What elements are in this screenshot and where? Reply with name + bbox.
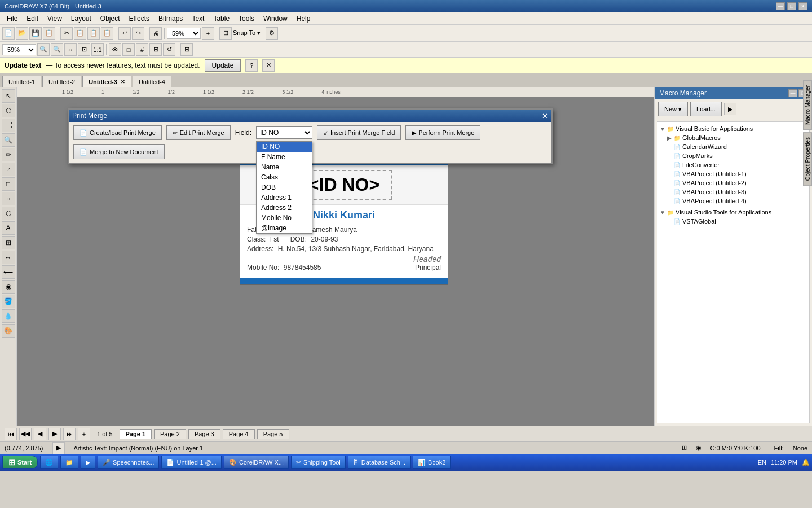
zoom-combo[interactable]: 59% 100% 75% 50% — [167, 28, 201, 39]
interactive-tool[interactable]: 🎨 — [2, 324, 15, 338]
zoom-fit-btn[interactable]: ⊡ — [78, 43, 90, 56]
page-prev-btn[interactable]: ◀ — [34, 428, 46, 440]
edit-print-merge-btn[interactable]: ✏ Edit Print Merge — [166, 125, 231, 140]
tree-vsta-global[interactable]: 📄 VSTAGlobal — [667, 217, 807, 226]
tree-vba2[interactable]: 📄 VBAProject (Untitled-2) — [667, 178, 807, 187]
page-first-btn[interactable]: ⏮ — [5, 428, 17, 440]
dialog-close-button[interactable]: ✕ — [542, 112, 548, 120]
taskbar-media[interactable]: ▶ — [81, 456, 95, 469]
taskbar-book2[interactable]: 📊 Book2 — [413, 456, 451, 469]
options-btn[interactable]: ⚙ — [266, 27, 278, 40]
field-combo[interactable]: ID NO F Name Name Calss DOB Address 1 Ad… — [256, 126, 312, 139]
help-update-btn[interactable]: ? — [245, 59, 258, 72]
taskbar-ie[interactable]: 🌐 — [40, 456, 58, 469]
undo-btn[interactable]: ↩ — [118, 27, 131, 40]
zoom2-combo[interactable]: 59% — [2, 44, 36, 55]
polygon-tool[interactable]: ⬡ — [2, 207, 15, 220]
page-last-btn[interactable]: ⏭ — [63, 428, 76, 440]
freehand-tool[interactable]: ✏ — [2, 148, 15, 161]
insert-field-btn[interactable]: ↙ Insert Print Merge Field — [317, 125, 401, 140]
zoom-tool[interactable]: 🔍 — [2, 133, 15, 147]
dropdown-item-name[interactable]: Name — [257, 162, 312, 172]
start-button[interactable]: ⊞ Start — [2, 456, 38, 469]
page-tab-1[interactable]: Page 1 — [120, 429, 152, 439]
perform-merge-btn[interactable]: ▶ Perform Print Merge — [405, 125, 480, 140]
zoom-out2-btn[interactable]: 🔍 — [37, 43, 50, 56]
node-tool[interactable]: ⬡ — [2, 104, 15, 117]
save-all-btn[interactable]: 📋 — [43, 27, 55, 40]
snap2-btn[interactable]: ⊞ — [149, 43, 162, 56]
tab-untitled3[interactable]: Untitled-3 ✕ — [82, 76, 131, 87]
dropdown-item-mobile[interactable]: Mobile No — [257, 213, 312, 223]
copy-btn[interactable]: 📋 — [74, 27, 86, 40]
tree-crop-marks[interactable]: 📄 CropMarks — [667, 151, 807, 160]
fill-tool[interactable]: ◉ — [2, 280, 15, 294]
cut-btn[interactable]: ✂ — [60, 27, 73, 40]
smart-draw-tool[interactable]: ⟋ — [2, 163, 15, 176]
menu-help[interactable]: Help — [292, 14, 315, 24]
menu-view[interactable]: View — [43, 14, 67, 24]
grid-btn[interactable]: # — [136, 43, 148, 56]
save-btn[interactable]: 💾 — [29, 27, 42, 40]
menu-file[interactable]: File — [2, 14, 22, 24]
new-macro-btn[interactable]: New ▾ — [658, 102, 688, 116]
page-tab-2[interactable]: Page 2 — [154, 429, 186, 439]
tree-global-macros[interactable]: ▶ 📁 GlobalMacros — [667, 133, 807, 142]
dropdown-item-fname[interactable]: F Name — [257, 152, 312, 162]
dropdown-item-addr2[interactable]: Address 2 — [257, 203, 312, 213]
refresh-btn[interactable]: ↺ — [163, 43, 175, 56]
menu-window[interactable]: Window — [259, 14, 292, 24]
open-btn[interactable]: 📂 — [16, 27, 28, 40]
tree-file-converter[interactable]: 📄 FileConverter — [667, 160, 807, 169]
tree-calendar-wizard[interactable]: 📄 CalendarWizard — [667, 142, 807, 151]
taskbar-app2[interactable]: 📄 Untitled-1 @... — [161, 456, 221, 469]
zoom-width-btn[interactable]: ↔ — [64, 43, 77, 56]
wireframe-btn[interactable]: □ — [122, 43, 135, 56]
menu-text[interactable]: Text — [187, 14, 209, 24]
select-tool[interactable]: ↖ — [2, 89, 15, 103]
menu-edit[interactable]: Edit — [22, 14, 43, 24]
page-next-btn[interactable]: ▶ — [48, 428, 61, 440]
tree-vba3[interactable]: 📄 VBAProject (Untitled-3) — [667, 187, 807, 196]
dropdown-item-image[interactable]: @image — [257, 223, 312, 233]
close-button[interactable]: ✕ — [798, 2, 807, 10]
tree-vba1[interactable]: 📄 VBAProject (Untitled-1) — [667, 169, 807, 178]
dropdown-item-addr1[interactable]: Address 1 — [257, 192, 312, 203]
tab-untitled1[interactable]: Untitled-1 — [2, 76, 41, 87]
page-tab-4[interactable]: Page 4 — [223, 429, 255, 439]
taskbar-database[interactable]: 🗄 Database Sch... — [348, 456, 411, 469]
page-tab-3[interactable]: Page 3 — [188, 429, 220, 439]
dropdown-item-dob[interactable]: DOB — [257, 182, 312, 192]
update-button[interactable]: Update — [205, 59, 241, 72]
tab-untitled4[interactable]: Untitled-4 — [133, 76, 171, 87]
page-tab-5[interactable]: Page 5 — [257, 429, 289, 439]
menu-effects[interactable]: Effects — [125, 14, 154, 24]
minimize-button[interactable]: — — [776, 2, 785, 10]
tab3-close-icon[interactable]: ✕ — [121, 79, 125, 85]
snap-btn[interactable]: ⊞ — [219, 27, 232, 40]
paste-btn[interactable]: 📋 — [87, 27, 100, 40]
status-arrow-btn[interactable]: ▶ — [52, 442, 65, 454]
parallel-dim-tool[interactable]: ↔ — [2, 251, 15, 264]
zoom-in2-btn[interactable]: 🔍 — [51, 43, 63, 56]
macro-action-btn[interactable]: ▶ — [724, 103, 736, 115]
paste-special-btn[interactable]: 📋 — [101, 27, 113, 40]
maximize-button[interactable]: □ — [787, 2, 796, 10]
tab-untitled2[interactable]: Untitled-2 — [42, 76, 81, 87]
tree-vba4[interactable]: 📄 VBAProject (Untitled-4) — [667, 196, 807, 205]
menu-table[interactable]: Table — [209, 14, 234, 24]
dropdown-item-calss[interactable]: Calss — [257, 172, 312, 182]
taskbar-snipping[interactable]: ✂ Snipping Tool — [291, 456, 346, 469]
macro-manager-side-tab[interactable]: Macro Manager — [803, 80, 812, 130]
tree-vba-root[interactable]: ▼ 📁 Visual Basic for Applications — [660, 124, 807, 133]
connector-tool[interactable]: ⟵ — [2, 265, 15, 279]
view-btn[interactable]: 👁 — [109, 43, 121, 56]
table-btn[interactable]: ⊞ — [180, 43, 193, 56]
crop-tool[interactable]: ⛶ — [2, 119, 15, 132]
dropdown-item-idno[interactable]: ID NO — [257, 142, 312, 152]
taskbar-speechnotes[interactable]: 🎤 Speechnotes... — [98, 456, 159, 469]
tree-vsta-root[interactable]: ▼ 📁 Visual Studio Tools for Applications — [660, 208, 807, 217]
load-macro-btn[interactable]: Load... — [690, 102, 722, 116]
macro-minimize-btn[interactable]: — — [788, 89, 797, 97]
zoom-in-btn[interactable]: + — [202, 27, 214, 40]
